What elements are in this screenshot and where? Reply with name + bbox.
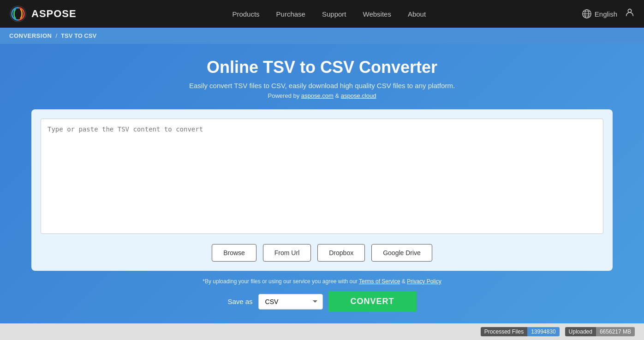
aspose-logo-icon [9, 5, 27, 23]
save-row: Save as CSV XLS XLSX ODS TSV CONVERT [227, 291, 416, 312]
nav-websites[interactable]: Websites [363, 10, 391, 18]
privacy-link[interactable]: Privacy Policy [407, 278, 441, 285]
file-buttons: Browse From Url Dropbox Google Drive [41, 244, 603, 262]
page-subtitle: Easily convert TSV files to CSV, easily … [189, 82, 455, 89]
terms-amp: & [400, 278, 407, 285]
user-svg-icon [625, 7, 635, 18]
globe-icon [582, 9, 592, 19]
main-nav: Products Purchase Support Websites About [77, 10, 582, 18]
terms-link[interactable]: Terms of Service [359, 278, 400, 285]
nav-products[interactable]: Products [232, 10, 259, 18]
uploaded-label: Uploaded [565, 327, 596, 336]
page-title: Online TSV to CSV Converter [207, 58, 437, 77]
header: ASPOSE Products Purchase Support Website… [0, 0, 644, 28]
terms-prefix: *By uploading your files or using our se… [203, 278, 359, 285]
footer-stats: Processed Files 13994830 Uploaded 665621… [0, 323, 644, 340]
breadcrumb: CONVERSION / TSV TO CSV [0, 28, 644, 44]
svg-point-6 [628, 9, 631, 12]
nav-purchase[interactable]: Purchase [276, 10, 305, 18]
from-url-button[interactable]: From Url [263, 244, 311, 262]
convert-button[interactable]: CONVERT [328, 291, 417, 312]
powered-by-prefix: Powered by [268, 92, 301, 99]
user-icon[interactable] [625, 7, 635, 20]
header-right: English [582, 7, 635, 20]
processed-files-badge: Processed Files 13994830 [481, 327, 560, 336]
dropbox-button[interactable]: Dropbox [317, 244, 365, 262]
language-label: English [595, 10, 617, 18]
logo-text: ASPOSE [31, 8, 77, 20]
breadcrumb-conversion[interactable]: CONVERSION [9, 32, 52, 39]
aspose-cloud-link[interactable]: aspose.cloud [341, 92, 376, 99]
language-selector[interactable]: English [582, 9, 617, 19]
powered-by: Powered by aspose.com & aspose.cloud [268, 92, 376, 99]
powered-by-amp: & [334, 92, 341, 99]
converter-card: Browse From Url Dropbox Google Drive [31, 109, 613, 271]
aspose-com-link[interactable]: aspose.com [301, 92, 334, 99]
browse-button[interactable]: Browse [212, 244, 256, 262]
terms-text: *By uploading your files or using our se… [203, 278, 441, 285]
breadcrumb-separator: / [55, 32, 57, 39]
main-content: Online TSV to CSV Converter Easily conve… [0, 44, 644, 323]
save-as-label: Save as [227, 298, 252, 305]
breadcrumb-current: TSV TO CSV [61, 32, 96, 39]
save-as-select[interactable]: CSV XLS XLSX ODS TSV [258, 294, 323, 310]
uploaded-value: 6656217 MB [596, 327, 635, 336]
processed-files-label: Processed Files [481, 327, 527, 336]
bottom-controls: *By uploading your files or using our se… [203, 278, 441, 312]
google-drive-button[interactable]: Google Drive [371, 244, 432, 262]
logo-area: ASPOSE [9, 5, 77, 23]
processed-files-value: 13994830 [527, 327, 559, 336]
uploaded-badge: Uploaded 6656217 MB [565, 327, 635, 336]
nav-support[interactable]: Support [322, 10, 346, 18]
tsv-input[interactable] [41, 119, 603, 234]
nav-about[interactable]: About [408, 10, 426, 18]
